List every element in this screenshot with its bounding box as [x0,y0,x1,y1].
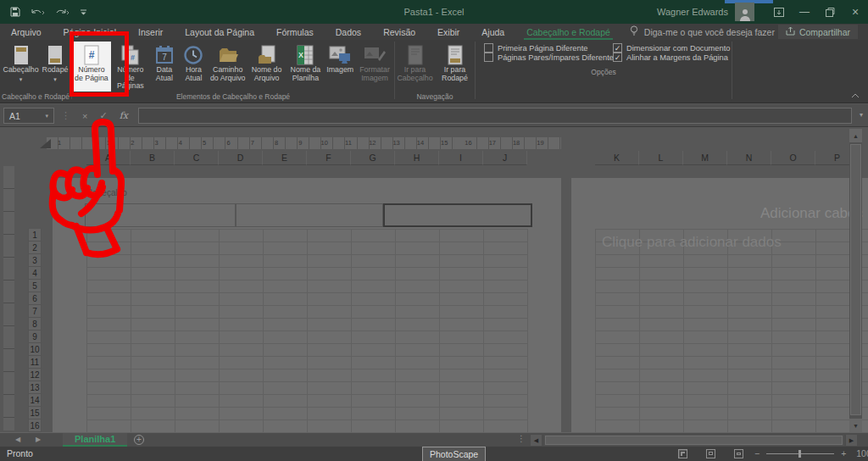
checkbox-checked-icon[interactable]: ✓ [613,53,622,62]
add-sheet-button[interactable]: + [134,435,144,445]
row-header-14[interactable]: 14 [28,394,42,407]
hscroll-left-icon[interactable]: ◀ [531,435,542,446]
column-header-l[interactable]: L [639,151,683,165]
checkbox-unchecked-icon[interactable] [484,43,493,53]
row-header-15[interactable]: 15 [28,407,42,419]
row-header-16[interactable]: 16 [28,419,42,432]
tab-layout-da-pagina[interactable]: Layout da Página [174,24,265,40]
page-break-view-icon[interactable] [734,449,743,458]
row-header-7[interactable]: 7 [28,305,42,318]
column-header-b[interactable]: B [131,151,175,165]
avatar[interactable] [735,3,754,21]
zoom-out-icon[interactable]: − [754,448,760,458]
scroll-down-icon[interactable]: ▼ [849,419,862,432]
header-section-center[interactable] [236,203,383,227]
row-header-1[interactable]: 1 [28,229,42,242]
horizontal-scrollbar[interactable] [544,435,844,446]
tab-arquivo[interactable]: Arquivo [0,24,53,40]
save-icon[interactable] [10,7,20,17]
checkbox-primeira-pagina-diferente[interactable]: Primeira Página Diferente [484,43,613,53]
undo-icon[interactable] [31,8,45,17]
column-header-o[interactable]: O [771,151,815,165]
tab-scroll-splitter[interactable]: ⋮ [517,434,526,443]
hscroll-right-icon[interactable]: ▶ [846,435,857,446]
vertical-scrollbar[interactable]: ▲ ▼ [849,129,862,432]
row-header-9[interactable]: 9 [28,330,42,343]
row-header-3[interactable]: 3 [28,254,42,267]
column-header-m[interactable]: M [683,151,727,165]
zoom-level[interactable]: 100% [856,448,868,458]
ribbon-button-formatar-imagem[interactable]: Formatar Imagem [355,42,394,92]
zoom-slider[interactable] [766,453,834,454]
sheet-tab-planilha1[interactable]: Planilha1 [63,433,127,447]
tab-inserir[interactable]: Inserir [127,24,174,40]
tab-revisao[interactable]: Revisão [372,24,426,40]
checkbox-alinhar-a-margens-da-pagina[interactable]: ✓Alinhar a Margens da Página [613,53,740,62]
horizontal-scroll-thumb[interactable] [545,436,843,445]
column-header-g[interactable]: G [351,151,395,165]
taskbar-item-photoscape[interactable]: PhotoScape [422,447,486,461]
row-header-2[interactable]: 2 [28,242,42,254]
ribbon-button-caminho-do-arquivo[interactable]: Caminho do Arquivo [209,42,248,92]
customize-qat-icon[interactable] [80,8,87,16]
sheet-nav-left-icon[interactable]: ◀ [15,436,20,443]
ribbon-button-nome-do-arquivo[interactable]: Nome do Arquivo [248,42,287,92]
ribbon-button-cabecalho[interactable]: Cabeçalho▾ [2,42,41,92]
tab-formulas[interactable]: Fórmulas [265,24,325,40]
scroll-up-icon[interactable]: ▲ [849,129,862,142]
column-header-d[interactable]: D [219,151,263,165]
ribbon-button-ir-para-cabecalho[interactable]: Ir para Cabeçalho [395,42,435,92]
header-section-right-selected[interactable] [383,203,532,227]
formula-input[interactable] [138,108,852,124]
ribbon-button-nome-da-planilha[interactable]: XNome da Planilha [286,42,325,92]
column-header-h[interactable]: H [395,151,439,165]
row-header-5[interactable]: 5 [28,280,42,292]
ribbon-display-options-icon[interactable] [766,0,792,24]
row-header-8[interactable]: 8 [28,318,42,330]
column-header-j[interactable]: J [483,151,527,165]
column-header-i[interactable]: I [439,151,483,165]
checkbox-dimensionar-com-documento[interactable]: ✓Dimensionar com Documento [613,43,740,53]
row-header-13[interactable]: 13 [28,381,42,394]
row-header-10[interactable]: 10 [28,343,42,356]
row-header-4[interactable]: 4 [28,267,42,280]
normal-view-icon[interactable] [678,449,687,458]
ribbon-button-ir-para-rodape[interactable]: Ir para Rodapé [435,42,475,92]
collapse-ribbon-icon[interactable] [851,92,860,100]
cells-grid-page2[interactable] [595,229,868,433]
ribbon-button-imagem[interactable]: Imagem [325,42,355,92]
redo-icon[interactable] [55,8,70,17]
column-header-e[interactable]: E [263,151,307,165]
page-layout-view-icon[interactable] [706,449,715,458]
add-header-placeholder[interactable]: Adicionar cabeç [760,205,863,222]
tab-exibir[interactable]: Exibir [426,24,470,40]
tell-me-box[interactable]: Diga-me o que você deseja fazer [630,25,775,38]
checkbox-unchecked-icon[interactable] [484,53,493,62]
vertical-scroll-thumb[interactable] [850,144,861,415]
column-header-f[interactable]: F [307,151,351,165]
cells-grid-page1[interactable] [86,229,528,433]
expand-formula-bar-icon[interactable]: ▾ [860,111,863,119]
column-header-c[interactable]: C [175,151,219,165]
ribbon-button-hora-atual[interactable]: Hora Atual [179,42,209,92]
row-header-6[interactable]: 6 [28,292,42,305]
user-name[interactable]: Wagner Edwards [657,7,728,17]
tab-ajuda[interactable]: Ajuda [470,24,515,40]
row-header-12[interactable]: 12 [28,369,42,381]
ribbon-button-rodape[interactable]: Rodapé▾ [41,42,70,92]
tab-cabecalho-e-rodape[interactable]: Cabeçalho e Rodapé [515,24,621,40]
zoom-in-icon[interactable]: + [841,448,846,458]
checkbox-paginas-pares-impares-diferentes[interactable]: Páginas Pares/Ímpares Diferentes [484,53,613,62]
restore-icon[interactable] [817,0,843,24]
ribbon-button-data-atual[interactable]: 7Data Atual [150,42,179,92]
column-header-k[interactable]: K [595,151,639,165]
row-header-11[interactable]: 11 [28,356,42,369]
zoom-slider-handle[interactable] [798,450,801,458]
sheet-nav-right-icon[interactable]: ▶ [36,436,41,443]
tab-dados[interactable]: Dados [325,24,372,40]
share-button[interactable]: Compartilhar [778,25,858,39]
column-header-n[interactable]: N [727,151,771,165]
add-data-placeholder[interactable]: Clique para adicionar dados [602,234,782,251]
minimize-icon[interactable]: — [792,0,817,24]
close-icon[interactable]: × [843,0,868,24]
